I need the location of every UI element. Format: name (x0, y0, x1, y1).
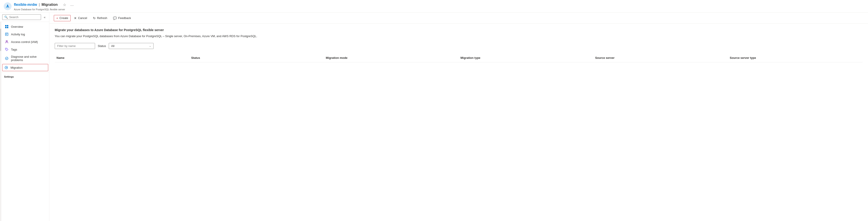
migrations-table: Name Status Migration mode Migration typ… (55, 53, 863, 63)
resource-name: flexible-mrdw (14, 3, 37, 7)
svg-rect-6 (5, 33, 8, 36)
app-header: flexible-mrdw | Migration ☆ … Azure Data… (0, 0, 868, 12)
header-title-group: flexible-mrdw | Migration ☆ … Azure Data… (14, 2, 75, 11)
azure-logo (4, 2, 12, 10)
overview-icon (5, 25, 9, 29)
refresh-button[interactable]: ↻ Refresh (91, 15, 110, 21)
sidebar-divider (1, 72, 49, 72)
feedback-label: Feedback (118, 16, 131, 20)
svg-point-1 (6, 6, 9, 8)
toolbar: + Create ✕ Cancel ↻ Refresh 💬 Feedback (49, 12, 868, 24)
tags-icon (5, 47, 9, 51)
sidebar-item-overview[interactable]: Overview (1, 23, 49, 30)
sidebar-item-activity-log-label: Activity log (11, 33, 25, 36)
page-description: You can migrate your PostgreSQL database… (55, 34, 863, 38)
favorite-button[interactable]: ☆ (62, 2, 67, 8)
svg-rect-5 (7, 27, 8, 28)
header-title: flexible-mrdw | Migration ☆ … (14, 2, 75, 8)
create-icon: + (56, 16, 58, 20)
col-migration-mode: Migration mode (324, 55, 459, 61)
migration-icon (4, 66, 8, 70)
cancel-button[interactable]: ✕ Cancel (71, 15, 89, 21)
iam-icon (5, 40, 9, 44)
chevron-down-icon: ⌄ (149, 44, 151, 47)
sidebar: 🔍 « (0, 12, 49, 221)
activity-log-icon (5, 32, 9, 36)
refresh-icon: ↻ (93, 16, 96, 20)
feedback-icon: 💬 (113, 16, 117, 20)
feedback-button[interactable]: 💬 Feedback (111, 15, 133, 21)
create-label: Create (59, 16, 68, 20)
refresh-label: Refresh (97, 16, 107, 20)
page-content: Migrate your databases to Azure Database… (49, 24, 868, 221)
col-source-server: Source server (593, 55, 728, 61)
title-pipe: | (39, 3, 40, 7)
col-name: Name (55, 55, 189, 61)
svg-rect-4 (5, 27, 6, 28)
cancel-icon: ✕ (74, 16, 77, 20)
sidebar-item-migration[interactable]: Migration (2, 64, 48, 71)
sidebar-search-box[interactable]: 🔍 (2, 14, 41, 20)
sidebar-item-migration-label: Migration (10, 66, 23, 69)
header-actions: ☆ … (62, 2, 75, 8)
col-status: Status (189, 55, 324, 61)
collapse-icon: « (44, 15, 45, 19)
sidebar-item-iam-label: Access control (IAM) (11, 40, 38, 44)
filter-by-name-input[interactable] (55, 43, 95, 49)
create-button[interactable]: + Create (54, 15, 71, 21)
status-dropdown-value: All (111, 44, 149, 48)
main-content: + Create ✕ Cancel ↻ Refresh 💬 Feedback M… (49, 12, 868, 221)
sidebar-nav: Overview Activity log (1, 22, 49, 80)
table-header-row: Name Status Migration mode Migration typ… (55, 53, 863, 63)
search-icon: 🔍 (4, 15, 8, 19)
svg-point-10 (6, 49, 7, 49)
sidebar-item-tags-label: Tags (11, 48, 17, 51)
sidebar-item-overview-label: Overview (11, 25, 23, 28)
sidebar-item-diagnose[interactable]: Diagnose and solve problems (1, 53, 49, 64)
main-layout: 🔍 « (0, 12, 868, 221)
col-source-server-type: Source server type (728, 55, 863, 61)
sidebar-section-settings: Settings (1, 73, 49, 79)
sidebar-collapse-button[interactable]: « (42, 14, 47, 20)
diagnose-icon (5, 57, 9, 61)
status-label: Status (98, 44, 106, 48)
col-migration-type: Migration type (459, 55, 593, 61)
svg-rect-3 (7, 25, 8, 26)
filters-row: Status All ⌄ (55, 43, 863, 49)
title-section: Migration (41, 3, 58, 7)
sidebar-item-iam[interactable]: Access control (IAM) (1, 38, 49, 46)
sidebar-item-tags[interactable]: Tags (1, 46, 49, 53)
svg-rect-2 (5, 25, 6, 26)
search-input[interactable] (9, 15, 39, 19)
sidebar-item-diagnose-label: Diagnose and solve problems (11, 55, 46, 62)
page-heading: Migrate your databases to Azure Database… (55, 28, 863, 32)
more-options-button[interactable]: … (69, 2, 75, 8)
svg-point-9 (6, 40, 7, 42)
cancel-label: Cancel (78, 16, 87, 20)
status-dropdown[interactable]: All ⌄ (109, 43, 154, 49)
sidebar-item-activity-log[interactable]: Activity log (1, 30, 49, 38)
header-subtitle: Azure Database for PostgreSQL flexible s… (14, 8, 75, 11)
